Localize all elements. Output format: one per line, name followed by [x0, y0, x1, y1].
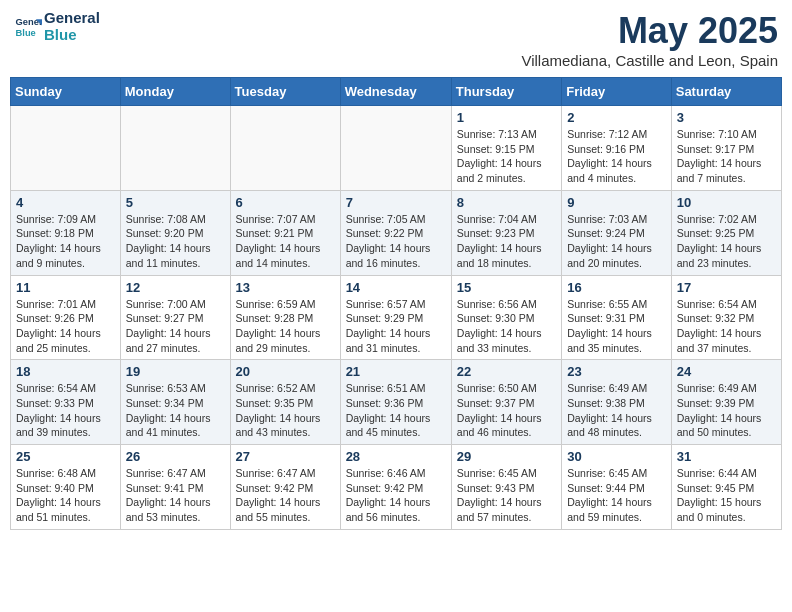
calendar-week-row: 4Sunrise: 7:09 AMSunset: 9:18 PMDaylight…	[11, 190, 782, 275]
day-info: Sunrise: 7:00 AMSunset: 9:27 PMDaylight:…	[126, 297, 225, 356]
day-info: Sunrise: 6:51 AMSunset: 9:36 PMDaylight:…	[346, 381, 446, 440]
day-info: Sunrise: 7:01 AMSunset: 9:26 PMDaylight:…	[16, 297, 115, 356]
day-info: Sunrise: 6:57 AMSunset: 9:29 PMDaylight:…	[346, 297, 446, 356]
day-number: 11	[16, 280, 115, 295]
day-info: Sunrise: 6:54 AMSunset: 9:32 PMDaylight:…	[677, 297, 776, 356]
day-number: 25	[16, 449, 115, 464]
day-number: 24	[677, 364, 776, 379]
header: General Blue General Blue May 2025 Villa…	[10, 10, 782, 69]
calendar-week-row: 18Sunrise: 6:54 AMSunset: 9:33 PMDayligh…	[11, 360, 782, 445]
title-area: May 2025 Villamediana, Castille and Leon…	[521, 10, 778, 69]
day-number: 30	[567, 449, 666, 464]
day-number: 20	[236, 364, 335, 379]
day-info: Sunrise: 6:50 AMSunset: 9:37 PMDaylight:…	[457, 381, 556, 440]
day-info: Sunrise: 6:54 AMSunset: 9:33 PMDaylight:…	[16, 381, 115, 440]
calendar-day-3: 3Sunrise: 7:10 AMSunset: 9:17 PMDaylight…	[671, 106, 781, 191]
day-info: Sunrise: 6:44 AMSunset: 9:45 PMDaylight:…	[677, 466, 776, 525]
calendar-day-17: 17Sunrise: 6:54 AMSunset: 9:32 PMDayligh…	[671, 275, 781, 360]
day-number: 9	[567, 195, 666, 210]
day-number: 12	[126, 280, 225, 295]
day-number: 15	[457, 280, 556, 295]
location-subtitle: Villamediana, Castille and Leon, Spain	[521, 52, 778, 69]
day-info: Sunrise: 6:47 AMSunset: 9:41 PMDaylight:…	[126, 466, 225, 525]
day-number: 18	[16, 364, 115, 379]
calendar-day-1: 1Sunrise: 7:13 AMSunset: 9:15 PMDaylight…	[451, 106, 561, 191]
calendar-day-15: 15Sunrise: 6:56 AMSunset: 9:30 PMDayligh…	[451, 275, 561, 360]
calendar-day-11: 11Sunrise: 7:01 AMSunset: 9:26 PMDayligh…	[11, 275, 121, 360]
logo-icon: General Blue	[14, 13, 42, 41]
day-number: 22	[457, 364, 556, 379]
calendar-empty-cell	[340, 106, 451, 191]
day-info: Sunrise: 7:04 AMSunset: 9:23 PMDaylight:…	[457, 212, 556, 271]
calendar-empty-cell	[230, 106, 340, 191]
calendar-day-10: 10Sunrise: 7:02 AMSunset: 9:25 PMDayligh…	[671, 190, 781, 275]
day-number: 27	[236, 449, 335, 464]
day-number: 6	[236, 195, 335, 210]
day-info: Sunrise: 6:47 AMSunset: 9:42 PMDaylight:…	[236, 466, 335, 525]
weekday-header-thursday: Thursday	[451, 78, 561, 106]
calendar-week-row: 1Sunrise: 7:13 AMSunset: 9:15 PMDaylight…	[11, 106, 782, 191]
calendar-day-20: 20Sunrise: 6:52 AMSunset: 9:35 PMDayligh…	[230, 360, 340, 445]
calendar-week-row: 25Sunrise: 6:48 AMSunset: 9:40 PMDayligh…	[11, 445, 782, 530]
day-info: Sunrise: 6:49 AMSunset: 9:39 PMDaylight:…	[677, 381, 776, 440]
calendar-day-4: 4Sunrise: 7:09 AMSunset: 9:18 PMDaylight…	[11, 190, 121, 275]
calendar-day-6: 6Sunrise: 7:07 AMSunset: 9:21 PMDaylight…	[230, 190, 340, 275]
day-number: 14	[346, 280, 446, 295]
day-info: Sunrise: 6:45 AMSunset: 9:44 PMDaylight:…	[567, 466, 666, 525]
day-info: Sunrise: 7:08 AMSunset: 9:20 PMDaylight:…	[126, 212, 225, 271]
logo: General Blue General Blue	[14, 10, 100, 43]
day-number: 16	[567, 280, 666, 295]
day-number: 23	[567, 364, 666, 379]
day-info: Sunrise: 6:48 AMSunset: 9:40 PMDaylight:…	[16, 466, 115, 525]
day-number: 31	[677, 449, 776, 464]
day-info: Sunrise: 6:53 AMSunset: 9:34 PMDaylight:…	[126, 381, 225, 440]
day-number: 5	[126, 195, 225, 210]
calendar-day-13: 13Sunrise: 6:59 AMSunset: 9:28 PMDayligh…	[230, 275, 340, 360]
calendar-day-26: 26Sunrise: 6:47 AMSunset: 9:41 PMDayligh…	[120, 445, 230, 530]
calendar-day-27: 27Sunrise: 6:47 AMSunset: 9:42 PMDayligh…	[230, 445, 340, 530]
day-number: 4	[16, 195, 115, 210]
day-info: Sunrise: 6:49 AMSunset: 9:38 PMDaylight:…	[567, 381, 666, 440]
logo-blue: Blue	[44, 27, 100, 44]
day-number: 26	[126, 449, 225, 464]
day-number: 1	[457, 110, 556, 125]
day-number: 7	[346, 195, 446, 210]
day-number: 21	[346, 364, 446, 379]
calendar-day-24: 24Sunrise: 6:49 AMSunset: 9:39 PMDayligh…	[671, 360, 781, 445]
calendar-day-18: 18Sunrise: 6:54 AMSunset: 9:33 PMDayligh…	[11, 360, 121, 445]
day-info: Sunrise: 6:46 AMSunset: 9:42 PMDaylight:…	[346, 466, 446, 525]
weekday-header-monday: Monday	[120, 78, 230, 106]
day-number: 29	[457, 449, 556, 464]
day-info: Sunrise: 7:03 AMSunset: 9:24 PMDaylight:…	[567, 212, 666, 271]
weekday-header-friday: Friday	[562, 78, 672, 106]
day-info: Sunrise: 7:05 AMSunset: 9:22 PMDaylight:…	[346, 212, 446, 271]
day-number: 13	[236, 280, 335, 295]
weekday-header-tuesday: Tuesday	[230, 78, 340, 106]
day-number: 19	[126, 364, 225, 379]
day-info: Sunrise: 6:45 AMSunset: 9:43 PMDaylight:…	[457, 466, 556, 525]
day-info: Sunrise: 7:09 AMSunset: 9:18 PMDaylight:…	[16, 212, 115, 271]
calendar-day-23: 23Sunrise: 6:49 AMSunset: 9:38 PMDayligh…	[562, 360, 672, 445]
calendar-day-30: 30Sunrise: 6:45 AMSunset: 9:44 PMDayligh…	[562, 445, 672, 530]
calendar-day-22: 22Sunrise: 6:50 AMSunset: 9:37 PMDayligh…	[451, 360, 561, 445]
day-number: 2	[567, 110, 666, 125]
calendar-day-31: 31Sunrise: 6:44 AMSunset: 9:45 PMDayligh…	[671, 445, 781, 530]
day-info: Sunrise: 6:55 AMSunset: 9:31 PMDaylight:…	[567, 297, 666, 356]
day-info: Sunrise: 7:12 AMSunset: 9:16 PMDaylight:…	[567, 127, 666, 186]
weekday-header-wednesday: Wednesday	[340, 78, 451, 106]
calendar-day-16: 16Sunrise: 6:55 AMSunset: 9:31 PMDayligh…	[562, 275, 672, 360]
svg-text:Blue: Blue	[16, 27, 36, 37]
calendar-day-19: 19Sunrise: 6:53 AMSunset: 9:34 PMDayligh…	[120, 360, 230, 445]
day-number: 17	[677, 280, 776, 295]
day-number: 10	[677, 195, 776, 210]
weekday-header-saturday: Saturday	[671, 78, 781, 106]
day-info: Sunrise: 6:52 AMSunset: 9:35 PMDaylight:…	[236, 381, 335, 440]
day-number: 3	[677, 110, 776, 125]
calendar-day-2: 2Sunrise: 7:12 AMSunset: 9:16 PMDaylight…	[562, 106, 672, 191]
day-number: 28	[346, 449, 446, 464]
calendar-day-9: 9Sunrise: 7:03 AMSunset: 9:24 PMDaylight…	[562, 190, 672, 275]
calendar-day-29: 29Sunrise: 6:45 AMSunset: 9:43 PMDayligh…	[451, 445, 561, 530]
calendar-empty-cell	[120, 106, 230, 191]
calendar-day-14: 14Sunrise: 6:57 AMSunset: 9:29 PMDayligh…	[340, 275, 451, 360]
day-info: Sunrise: 6:56 AMSunset: 9:30 PMDaylight:…	[457, 297, 556, 356]
